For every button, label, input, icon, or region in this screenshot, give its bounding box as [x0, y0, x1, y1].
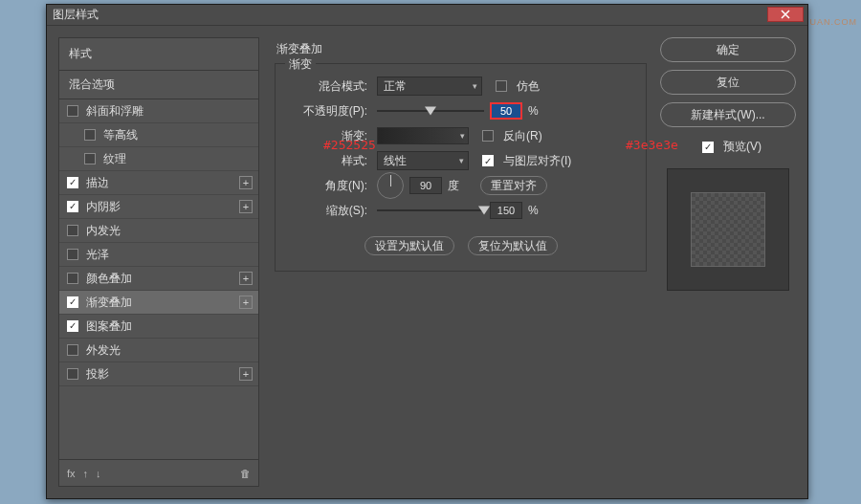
blend-mode-value: 正常	[384, 78, 407, 95]
fieldset-legend: 渐变	[285, 56, 316, 73]
close-button[interactable]	[767, 7, 804, 22]
style-item[interactable]: 纹理	[59, 147, 258, 171]
style-checkbox[interactable]	[84, 153, 96, 164]
style-item[interactable]: 光泽	[59, 243, 258, 267]
chevron-down-icon: ▾	[473, 81, 477, 91]
layer-style-dialog: 图层样式 样式 混合选项 斜面和浮雕等高线纹理描边+内阴影+内发光光泽颜色叠加+…	[46, 4, 808, 499]
arrow-up-icon[interactable]: ↑	[83, 468, 89, 479]
angle-input[interactable]: 90	[409, 177, 442, 194]
style-item[interactable]: 图案叠加	[59, 315, 258, 339]
fx-menu-icon[interactable]: fx	[67, 468, 76, 479]
style-checkbox[interactable]	[67, 201, 78, 212]
style-item[interactable]: 斜面和浮雕	[59, 99, 258, 123]
reverse-label: 反向(R)	[503, 128, 542, 144]
cancel-button[interactable]: 复位	[660, 70, 796, 95]
add-effect-icon[interactable]: +	[239, 367, 253, 381]
style-item-label: 纹理	[103, 151, 126, 167]
style-item[interactable]: 投影+	[59, 362, 258, 386]
angle-label: 角度(N):	[289, 178, 371, 194]
style-item-label: 渐变叠加	[86, 295, 132, 311]
ok-button[interactable]: 确定	[660, 37, 796, 62]
style-item-label: 投影	[86, 366, 109, 383]
preview-label: 预览(V)	[723, 139, 762, 155]
close-icon	[781, 10, 790, 19]
opacity-label: 不透明度(P):	[289, 103, 371, 120]
style-checkbox[interactable]	[67, 320, 78, 332]
group-title: 渐变叠加	[273, 37, 647, 63]
dialog-title: 图层样式	[53, 7, 99, 23]
style-item-label: 光泽	[86, 247, 109, 263]
scale-input[interactable]: 150	[490, 202, 522, 219]
blend-mode-label: 混合模式:	[289, 78, 371, 95]
preview-checkbox[interactable]	[702, 142, 714, 153]
trash-icon[interactable]: 🗑	[240, 468, 251, 479]
style-value: 线性	[384, 153, 407, 169]
add-effect-icon[interactable]: +	[239, 296, 253, 309]
chevron-down-icon: ▾	[459, 156, 464, 165]
styles-header[interactable]: 样式	[59, 38, 258, 71]
style-checkbox[interactable]	[67, 105, 78, 117]
arrow-down-icon[interactable]: ↓	[96, 468, 101, 479]
titlebar[interactable]: 图层样式	[47, 5, 807, 26]
style-item[interactable]: 渐变叠加+	[59, 291, 258, 315]
style-item[interactable]: 描边+	[59, 171, 258, 195]
reset-default-button[interactable]: 复位为默认值	[468, 236, 558, 255]
right-panel: 确定 复位 新建样式(W)... 预览(V)	[660, 37, 796, 487]
align-checkbox[interactable]	[482, 155, 494, 166]
style-checkbox[interactable]	[67, 273, 78, 284]
style-item-label: 斜面和浮雕	[86, 103, 144, 120]
style-checkbox[interactable]	[67, 177, 78, 188]
settings-panel: 渐变叠加 渐变 混合模式: 正常 ▾ 仿色 不透明度(P):	[273, 37, 647, 487]
styles-sidebar: 样式 混合选项 斜面和浮雕等高线纹理描边+内阴影+内发光光泽颜色叠加+渐变叠加+…	[58, 37, 259, 487]
blend-options-header[interactable]: 混合选项	[59, 71, 258, 99]
style-label: 样式:	[289, 153, 371, 169]
add-effect-icon[interactable]: +	[239, 200, 253, 213]
dither-checkbox[interactable]	[496, 80, 507, 92]
set-default-button[interactable]: 设置为默认值	[364, 236, 454, 255]
style-checkbox[interactable]	[67, 225, 78, 236]
sidebar-footer: fx ↑ ↓ 🗑	[59, 459, 258, 486]
preview-swatch	[691, 192, 765, 267]
scale-unit: %	[528, 204, 539, 217]
style-item[interactable]: 内发光	[59, 219, 258, 243]
opacity-unit: %	[528, 104, 539, 118]
opacity-slider[interactable]	[377, 103, 484, 119]
style-item-label: 内发光	[86, 223, 121, 239]
angle-unit: 度	[448, 178, 459, 194]
style-item[interactable]: 内阴影+	[59, 195, 258, 219]
style-item[interactable]: 等高线	[59, 123, 258, 147]
style-checkbox[interactable]	[67, 296, 78, 308]
style-item-label: 外发光	[86, 342, 121, 359]
new-style-button[interactable]: 新建样式(W)...	[660, 102, 796, 127]
scale-slider[interactable]	[377, 203, 484, 218]
blend-mode-select[interactable]: 正常 ▾	[377, 77, 482, 96]
annotation-color1: #252525	[323, 138, 376, 152]
chevron-down-icon: ▾	[460, 131, 465, 141]
style-checkbox[interactable]	[84, 129, 96, 141]
reset-align-button[interactable]: 重置对齐	[480, 176, 547, 195]
style-item-label: 图案叠加	[86, 318, 132, 335]
style-item-label: 颜色叠加	[86, 271, 132, 287]
style-select[interactable]: 线性 ▾	[377, 151, 469, 170]
add-effect-icon[interactable]: +	[239, 272, 253, 285]
style-item-label: 内阴影	[86, 199, 121, 215]
style-item-label: 等高线	[103, 127, 138, 143]
style-checkbox[interactable]	[67, 249, 78, 260]
annotation-color2: #3e3e3e	[626, 138, 678, 152]
style-checkbox[interactable]	[67, 344, 78, 356]
style-item-label: 描边	[86, 175, 109, 191]
angle-dial[interactable]	[377, 172, 404, 199]
dither-label: 仿色	[517, 78, 540, 95]
style-checkbox[interactable]	[67, 368, 78, 380]
style-item[interactable]: 外发光	[59, 339, 258, 362]
opacity-input[interactable]: 50	[490, 102, 522, 120]
reverse-checkbox[interactable]	[482, 130, 494, 142]
align-label: 与图层对齐(I)	[503, 153, 571, 169]
scale-label: 缩放(S):	[289, 203, 371, 219]
gradient-preview[interactable]: ▾	[377, 127, 469, 144]
preview-box	[667, 168, 789, 291]
style-item[interactable]: 颜色叠加+	[59, 267, 258, 291]
add-effect-icon[interactable]: +	[239, 176, 253, 189]
